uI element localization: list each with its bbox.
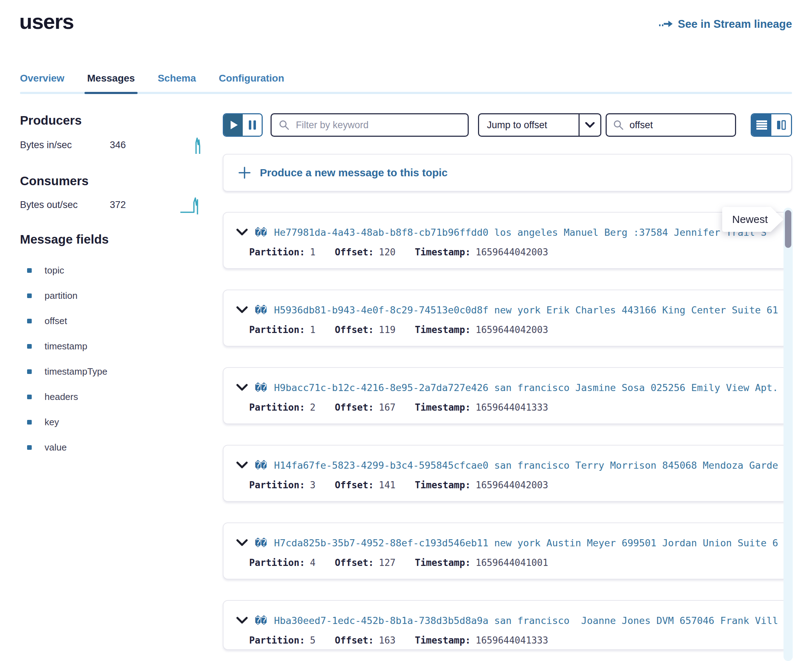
field-label: partition xyxy=(45,290,78,301)
partition-value: 4 xyxy=(310,557,316,568)
tab-configuration[interactable]: Configuration xyxy=(219,73,285,94)
search-icon xyxy=(613,120,624,130)
chevron-down-icon[interactable] xyxy=(236,228,248,236)
filter-keyword-box xyxy=(271,113,469,137)
toolbar-spacer xyxy=(736,113,751,137)
message-key-value-text: Hba30eed7-1edc-452b-8b1a-738d3b5d8a9a sa… xyxy=(274,615,778,626)
partition-value: 2 xyxy=(310,402,316,413)
chevron-down-icon[interactable] xyxy=(236,384,248,391)
newest-tooltip-label: Newest xyxy=(732,213,768,225)
field-bullet-icon xyxy=(27,369,32,374)
partition-value: 3 xyxy=(310,480,316,490)
message-key-glyphs: �� xyxy=(255,304,267,316)
message-meta: Partition:3 Offset:141 Timestamp:1659644… xyxy=(236,480,778,490)
topic-tabs: Overview Messages Schema Configuration xyxy=(20,73,792,94)
field-item-timestamp: timestamp xyxy=(20,334,187,359)
message-fields-heading: Message fields xyxy=(20,232,109,246)
message-card[interactable]: �� H5936db81-b943-4e0f-8c29-74513e0c0d8f… xyxy=(223,289,788,346)
offset-search-input[interactable] xyxy=(629,119,729,131)
offset-value: 127 xyxy=(379,557,396,568)
messages-scrollbar-track[interactable] xyxy=(783,208,793,661)
topic-messages-page: { "page": { "title": "users" }, "header"… xyxy=(0,0,812,661)
bytes-in-value: 346 xyxy=(110,140,126,151)
column-view-button[interactable] xyxy=(771,114,791,136)
chevron-down-icon[interactable] xyxy=(236,617,248,624)
produce-message-button[interactable]: Produce a new message to this topic xyxy=(223,154,792,192)
plus-icon xyxy=(239,167,251,179)
producers-metric-row: Bytes in/sec 346 xyxy=(20,140,202,151)
timestamp-value: 1659644041333 xyxy=(476,402,548,413)
message-card[interactable]: �� H9bacc71c-b12c-4216-8e95-2a7da727e426… xyxy=(223,367,788,424)
message-card[interactable]: �� H7cda825b-35b7-4952-88ef-c193d546eb11… xyxy=(223,522,788,580)
timestamp-value: 1659644042003 xyxy=(476,247,548,257)
consumers-heading: Consumers xyxy=(20,174,89,188)
message-card[interactable]: �� Hba30eed7-1edc-452b-8b1a-738d3b5d8a9a… xyxy=(223,600,788,650)
bytes-in-label: Bytes in/sec xyxy=(20,140,110,151)
play-button[interactable] xyxy=(224,114,243,136)
play-pause-toggle xyxy=(223,113,263,137)
field-label: headers xyxy=(45,391,78,402)
offset-label: Offset: xyxy=(335,402,374,413)
column-view-icon xyxy=(776,120,786,130)
message-meta: Partition:5 Offset:163 Timestamp:1659644… xyxy=(236,635,778,646)
jump-to-offset-value: Jump to offset xyxy=(479,120,578,131)
consumers-metric-row: Bytes out/sec 372 xyxy=(20,200,202,211)
message-key-value-text: H14fa67fe-5823-4299-b3c4-595845cfcae0 sa… xyxy=(274,460,778,471)
newest-tooltip: Newest xyxy=(722,207,783,232)
offset-label: Offset: xyxy=(335,635,374,646)
bytes-in-sparkline xyxy=(185,137,202,155)
partition-label: Partition: xyxy=(249,635,305,646)
message-key-glyphs: �� xyxy=(255,615,267,626)
offset-label: Offset: xyxy=(335,480,374,490)
chevron-down-icon[interactable] xyxy=(236,306,248,313)
bytes-out-value: 372 xyxy=(110,200,126,211)
partition-label: Partition: xyxy=(249,324,305,335)
tab-schema[interactable]: Schema xyxy=(157,73,196,94)
page-title: users xyxy=(19,9,74,34)
message-card[interactable]: �� H14fa67fe-5823-4299-b3c4-595845cfcae0… xyxy=(223,445,788,502)
tooltip-arrow-icon xyxy=(770,207,783,232)
list-view-button[interactable] xyxy=(752,114,771,136)
offset-value: 163 xyxy=(379,635,396,646)
jump-to-offset-select[interactable]: Jump to offset xyxy=(478,113,601,137)
tab-overview[interactable]: Overview xyxy=(20,73,64,94)
pause-button[interactable] xyxy=(243,114,262,136)
view-mode-toggle xyxy=(751,113,792,137)
offset-label: Offset: xyxy=(335,557,374,568)
field-item-headers: headers xyxy=(20,384,187,410)
partition-label: Partition: xyxy=(249,557,305,568)
partition-value: 1 xyxy=(310,324,316,335)
timestamp-value: 1659644042003 xyxy=(476,324,548,335)
see-in-stream-lineage-link[interactable]: See in Stream lineage xyxy=(659,18,792,30)
dashed-arrow-right-icon xyxy=(659,19,673,29)
offset-label: Offset: xyxy=(335,247,374,257)
timestamp-label: Timestamp: xyxy=(415,635,471,646)
bytes-out-label: Bytes out/sec xyxy=(20,200,110,211)
timestamp-label: Timestamp: xyxy=(415,324,471,335)
field-item-offset: offset xyxy=(20,308,187,334)
tab-messages[interactable]: Messages xyxy=(87,73,135,94)
message-meta: Partition:1 Offset:120 Timestamp:1659644… xyxy=(236,247,778,257)
partition-label: Partition: xyxy=(249,402,305,413)
bytes-out-sparkline xyxy=(179,196,202,216)
offset-value: 167 xyxy=(379,402,396,413)
partition-value: 5 xyxy=(310,635,316,646)
messages-toolbar: Jump to offset xyxy=(223,113,792,137)
offset-value: 120 xyxy=(379,247,396,257)
partition-label: Partition: xyxy=(249,480,305,490)
field-item-timestampType: timestampType xyxy=(20,359,187,384)
message-card[interactable]: �� He77981da-4a43-48ab-b8f8-cb71b96ffdd0… xyxy=(223,212,788,269)
field-item-topic: topic xyxy=(20,258,187,283)
field-label: topic xyxy=(45,265,64,276)
message-key-value-text: H5936db81-b943-4e0f-8c29-74513e0c0d8f ne… xyxy=(274,305,778,316)
chevron-down-icon[interactable] xyxy=(236,461,248,469)
chevron-down-icon[interactable] xyxy=(236,539,248,546)
partition-value: 1 xyxy=(310,247,316,257)
filter-keyword-input[interactable] xyxy=(295,119,461,131)
message-key-value-text: H9bacc71c-b12c-4216-8e95-2a7da727e426 sa… xyxy=(274,382,778,393)
chevron-down-icon[interactable] xyxy=(578,114,600,136)
messages-scrollbar-thumb[interactable] xyxy=(785,210,791,248)
offset-value: 119 xyxy=(379,324,396,335)
timestamp-label: Timestamp: xyxy=(415,247,471,257)
field-label: value xyxy=(45,442,67,453)
